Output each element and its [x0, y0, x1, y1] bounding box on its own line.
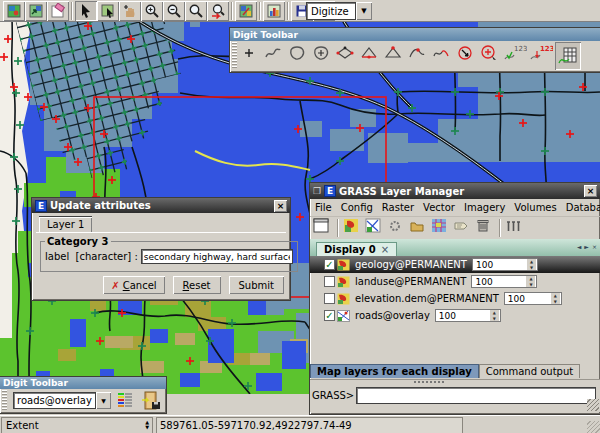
add-command-button[interactable] — [387, 218, 407, 238]
layer-select-combobox[interactable]: roads@overlay ▼ — [13, 392, 111, 409]
opacity-spinbox[interactable]: 100 ▲▼ — [435, 309, 501, 322]
extent-mode-combobox[interactable]: Extent ▲▼ — [1, 417, 153, 433]
opacity-spinbox[interactable]: 100 ▲▼ — [472, 258, 538, 271]
opacity-spinbox[interactable]: 100 ▲▼ — [471, 275, 537, 288]
move-vertex-tool[interactable] — [335, 43, 359, 69]
tab-nav-right-icon[interactable]: ► — [584, 243, 589, 250]
digit-toolbar-title: Digit Toolbar — [233, 30, 298, 40]
update-attributes-titlebar[interactable]: E Update attributes × — [32, 198, 290, 213]
display-map-button[interactable] — [3, 1, 25, 21]
reset-button[interactable]: Reset — [173, 276, 221, 294]
layer-select-dropdown-button[interactable]: ▼ — [96, 392, 111, 409]
digit-toolbar-bottom-titlebar[interactable]: Digit Toolbar — [0, 377, 166, 389]
menu-vector[interactable]: Vector — [423, 200, 455, 215]
tab-nav-left-icon[interactable]: ◄ — [577, 243, 582, 250]
close-icon[interactable]: × — [584, 185, 597, 197]
zoom-extent-button[interactable] — [185, 1, 207, 21]
svg-text:123: 123 — [540, 45, 553, 53]
layer-row-landuse[interactable]: landuse@PERMANENT 100 ▲▼ — [310, 273, 600, 290]
layer-manager-titlebar[interactable]: ❐ E GRASS Layer Manager × — [310, 183, 600, 199]
add-vector-button[interactable] — [365, 218, 385, 238]
query-tool-button[interactable] — [97, 1, 119, 21]
add-labels-button[interactable] — [453, 218, 473, 238]
tab-layer-1[interactable]: Layer 1 — [39, 217, 92, 232]
menubar: File Config Raster Vector Imagery Volume… — [310, 199, 600, 217]
tab-close-icon[interactable]: × — [381, 244, 389, 255]
window-restore-icon[interactable]: ❐ — [313, 186, 321, 196]
save-and-exit-button[interactable] — [139, 390, 163, 410]
layer-checkbox[interactable]: ✓ — [324, 259, 335, 270]
label-field-input[interactable] — [141, 249, 293, 264]
resize-grip[interactable] — [587, 421, 600, 433]
menu-raster[interactable]: Raster — [382, 200, 414, 215]
attribute-table-button[interactable] — [505, 218, 527, 238]
tab-command-output[interactable]: Command output — [479, 364, 581, 378]
delete-layer-button[interactable] — [475, 218, 495, 238]
toolbar-separator — [259, 2, 261, 20]
layer-row-geology[interactable]: ✓ geology@PERMANENT 100 ▲▼ — [310, 256, 600, 273]
zoom-out-button[interactable] — [163, 1, 185, 21]
status-bar: Extent ▲▼ 589761.05-597170.92,4922797.74… — [0, 415, 600, 433]
toolbar-separator — [287, 2, 289, 20]
move-element-tool[interactable] — [455, 43, 479, 69]
display-attributes-tool[interactable]: 123 — [529, 43, 555, 69]
digitize-centroid-tool[interactable] — [311, 43, 335, 69]
console-input[interactable] — [356, 387, 596, 404]
digit-toolbar-bottom-window: Digit Toolbar roads@overlay ▼ — [0, 377, 166, 413]
add-group-button[interactable] — [409, 218, 429, 238]
histogram-button[interactable] — [263, 1, 285, 21]
label-field-caption: label [character] : — [45, 251, 138, 262]
menu-volumes[interactable]: Volumes — [514, 200, 556, 215]
opacity-spinbox[interactable]: 100 ▲▼ — [504, 292, 562, 305]
toolbar-drag-handle[interactable] — [232, 42, 237, 69]
tab-map-layers[interactable]: Map layers for each display — [310, 364, 479, 378]
menu-database[interactable]: Database — [566, 200, 600, 215]
digitize-boundary-tool[interactable] — [287, 43, 311, 69]
cancel-button[interactable]: ✗ Cancel — [103, 276, 164, 294]
new-display-button[interactable] — [313, 218, 333, 238]
analyze-button[interactable] — [235, 1, 257, 21]
layer-row-elevation[interactable]: elevation.dem@PERMANENT 100 ▲▼ — [310, 290, 600, 307]
erase-display-button[interactable] — [47, 1, 69, 21]
delete-element-tool[interactable] — [479, 43, 503, 69]
menu-config[interactable]: Config — [341, 200, 373, 215]
resize-grip[interactable] — [587, 399, 599, 411]
submit-button[interactable]: Submit — [229, 276, 284, 294]
add-raster-button[interactable] — [343, 218, 363, 238]
toolbar-separator — [337, 219, 339, 237]
close-icon[interactable]: × — [274, 200, 287, 212]
layer-manager-title: GRASS Layer Manager — [339, 186, 581, 197]
digit-toolbar-titlebar[interactable]: Digit Toolbar — [230, 28, 600, 41]
display-legend-button[interactable] — [115, 391, 135, 409]
tab-display-0[interactable]: Display 0 × — [316, 242, 397, 256]
layer-checkbox[interactable]: ✓ — [324, 310, 335, 321]
toolbar-drag-handle[interactable] — [2, 390, 7, 410]
remove-vertex-tool[interactable] — [383, 43, 407, 69]
redraw-map-button[interactable] — [25, 1, 47, 21]
edit-line-tool[interactable] — [431, 43, 455, 69]
spinner-arrows[interactable]: ▲▼ — [145, 420, 149, 430]
digitize-point-tool[interactable] — [239, 43, 263, 69]
sash-grip[interactable] — [414, 381, 444, 383]
digitize-line-tool[interactable] — [263, 43, 287, 69]
add-vertex-tool[interactable] — [359, 43, 383, 69]
split-line-tool[interactable] — [407, 43, 431, 69]
digitize-dropdown-button[interactable]: ▼ — [356, 2, 372, 20]
menu-file[interactable]: File — [315, 200, 332, 215]
layer-manager-toolbar — [310, 217, 600, 239]
menu-imagery[interactable]: Imagery — [464, 200, 505, 215]
zoom-in-button[interactable] — [141, 1, 163, 21]
layer-checkbox[interactable] — [324, 293, 335, 304]
zoom-back-button[interactable] — [207, 1, 229, 21]
display-categories-tool[interactable]: 123 — [503, 43, 529, 69]
pan-tool-button[interactable] — [119, 1, 141, 21]
digitize-combobox[interactable]: Digitize ▼ — [306, 2, 372, 20]
digitizer-settings-tool[interactable] — [555, 42, 581, 70]
add-overlay-button[interactable] — [431, 218, 451, 238]
pointer-tool-button[interactable] — [75, 1, 97, 21]
category-group-title: Category 3 — [45, 236, 111, 247]
layer-name: elevation.dem@PERMANENT — [355, 293, 499, 304]
layer-row-roads[interactable]: ✓ roads@overlay 100 ▲▼ — [310, 307, 600, 324]
layer-checkbox[interactable] — [324, 276, 335, 287]
tab-nav-close-icon[interactable]: × — [592, 243, 597, 250]
